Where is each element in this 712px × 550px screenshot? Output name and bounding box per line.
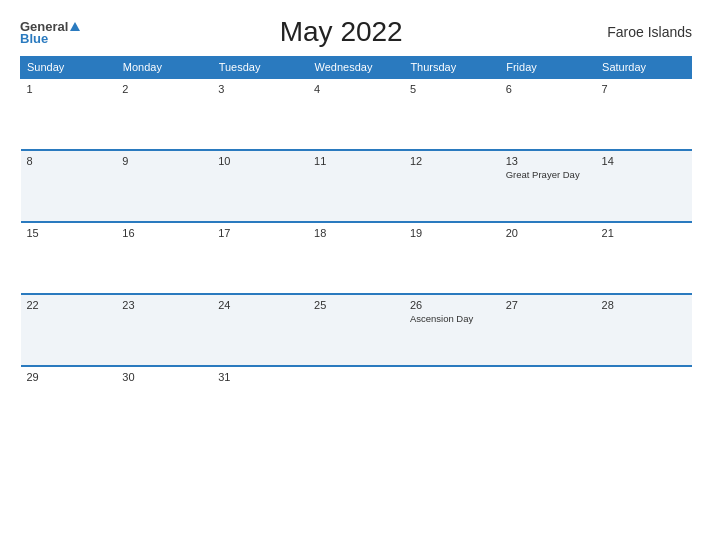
day-cell: 17 bbox=[212, 222, 308, 294]
col-sunday: Sunday bbox=[21, 57, 117, 79]
day-cell: 26Ascension Day bbox=[404, 294, 500, 366]
day-number: 7 bbox=[602, 83, 686, 95]
day-cell bbox=[596, 366, 692, 438]
calendar-table: Sunday Monday Tuesday Wednesday Thursday… bbox=[20, 56, 692, 438]
day-cell: 9 bbox=[116, 150, 212, 222]
week-row-3: 15161718192021 bbox=[21, 222, 692, 294]
day-number: 1 bbox=[27, 83, 111, 95]
day-cell: 8 bbox=[21, 150, 117, 222]
day-cell: 16 bbox=[116, 222, 212, 294]
day-number: 23 bbox=[122, 299, 206, 311]
day-cell: 13Great Prayer Day bbox=[500, 150, 596, 222]
day-number: 4 bbox=[314, 83, 398, 95]
day-number: 27 bbox=[506, 299, 590, 311]
day-number: 21 bbox=[602, 227, 686, 239]
day-number: 22 bbox=[27, 299, 111, 311]
week-row-2: 8910111213Great Prayer Day14 bbox=[21, 150, 692, 222]
day-cell: 12 bbox=[404, 150, 500, 222]
day-number: 31 bbox=[218, 371, 302, 383]
week-row-1: 1234567 bbox=[21, 78, 692, 150]
col-friday: Friday bbox=[500, 57, 596, 79]
day-number: 2 bbox=[122, 83, 206, 95]
days-header-row: Sunday Monday Tuesday Wednesday Thursday… bbox=[21, 57, 692, 79]
calendar-title: May 2022 bbox=[280, 16, 403, 47]
day-number: 20 bbox=[506, 227, 590, 239]
day-number: 12 bbox=[410, 155, 494, 167]
week-row-5: 293031 bbox=[21, 366, 692, 438]
day-number: 9 bbox=[122, 155, 206, 167]
day-number: 26 bbox=[410, 299, 494, 311]
day-number: 19 bbox=[410, 227, 494, 239]
day-number: 13 bbox=[506, 155, 590, 167]
logo-blue-text: Blue bbox=[20, 32, 48, 46]
day-cell: 1 bbox=[21, 78, 117, 150]
calendar-page: General General Blue May 2022 Faroe Isla… bbox=[0, 0, 712, 550]
day-cell: 11 bbox=[308, 150, 404, 222]
day-cell: 2 bbox=[116, 78, 212, 150]
region-label: Faroe Islands bbox=[602, 24, 692, 40]
col-wednesday: Wednesday bbox=[308, 57, 404, 79]
day-cell: 3 bbox=[212, 78, 308, 150]
day-number: 16 bbox=[122, 227, 206, 239]
day-cell: 19 bbox=[404, 222, 500, 294]
day-number: 6 bbox=[506, 83, 590, 95]
day-number: 14 bbox=[602, 155, 686, 167]
col-tuesday: Tuesday bbox=[212, 57, 308, 79]
week-row-4: 2223242526Ascension Day2728 bbox=[21, 294, 692, 366]
event-label: Great Prayer Day bbox=[506, 169, 590, 180]
event-label: Ascension Day bbox=[410, 313, 494, 324]
day-cell: 10 bbox=[212, 150, 308, 222]
day-cell bbox=[500, 366, 596, 438]
day-number: 11 bbox=[314, 155, 398, 167]
day-cell bbox=[404, 366, 500, 438]
day-number: 3 bbox=[218, 83, 302, 95]
day-cell: 29 bbox=[21, 366, 117, 438]
day-cell: 21 bbox=[596, 222, 692, 294]
day-number: 25 bbox=[314, 299, 398, 311]
day-number: 24 bbox=[218, 299, 302, 311]
col-saturday: Saturday bbox=[596, 57, 692, 79]
day-cell: 31 bbox=[212, 366, 308, 438]
page-header: General General Blue May 2022 Faroe Isla… bbox=[20, 16, 692, 48]
day-cell: 7 bbox=[596, 78, 692, 150]
day-cell: 24 bbox=[212, 294, 308, 366]
day-number: 15 bbox=[27, 227, 111, 239]
day-cell bbox=[308, 366, 404, 438]
day-number: 10 bbox=[218, 155, 302, 167]
day-cell: 27 bbox=[500, 294, 596, 366]
day-cell: 14 bbox=[596, 150, 692, 222]
day-number: 18 bbox=[314, 227, 398, 239]
day-cell: 20 bbox=[500, 222, 596, 294]
day-number: 28 bbox=[602, 299, 686, 311]
day-number: 17 bbox=[218, 227, 302, 239]
day-number: 8 bbox=[27, 155, 111, 167]
day-cell: 4 bbox=[308, 78, 404, 150]
day-cell: 22 bbox=[21, 294, 117, 366]
day-cell: 6 bbox=[500, 78, 596, 150]
day-cell: 15 bbox=[21, 222, 117, 294]
day-cell: 23 bbox=[116, 294, 212, 366]
day-number: 30 bbox=[122, 371, 206, 383]
col-monday: Monday bbox=[116, 57, 212, 79]
day-number: 5 bbox=[410, 83, 494, 95]
day-number: 29 bbox=[27, 371, 111, 383]
day-cell: 30 bbox=[116, 366, 212, 438]
col-thursday: Thursday bbox=[404, 57, 500, 79]
day-cell: 18 bbox=[308, 222, 404, 294]
day-cell: 28 bbox=[596, 294, 692, 366]
day-cell: 5 bbox=[404, 78, 500, 150]
day-cell: 25 bbox=[308, 294, 404, 366]
